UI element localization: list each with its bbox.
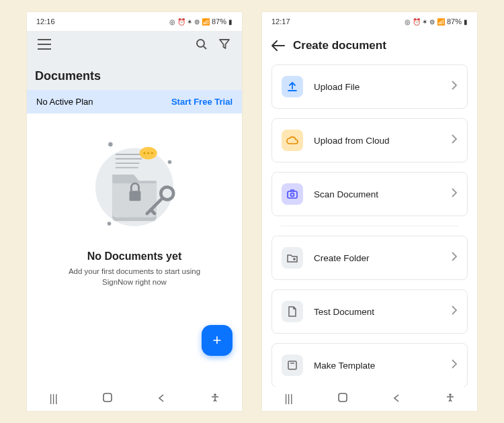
svg-point-20	[291, 193, 294, 197]
svg-point-4	[108, 222, 112, 226]
plan-banner: No Active Plan Start Free Trial	[27, 90, 242, 113]
document-icon	[282, 301, 303, 322]
option-create-folder[interactable]: Create Folder	[271, 236, 468, 280]
accessibility-icon[interactable]	[210, 393, 220, 405]
search-icon[interactable]	[192, 35, 211, 54]
top-header: Documents	[27, 31, 242, 90]
svg-point-3	[168, 160, 172, 164]
accessibility-icon[interactable]	[446, 393, 455, 405]
option-test-document[interactable]: Test Document	[271, 289, 468, 334]
home-icon[interactable]	[103, 393, 112, 405]
create-options: Upload File Upload from Cloud Scan Docum…	[262, 64, 477, 387]
option-label: Upload from Cloud	[314, 136, 440, 146]
cloud-icon	[282, 130, 303, 151]
phone-create-document: 12:17 ◎ ⏰ ✶ ⊚ 📶 87% ▮ Create document Up…	[262, 12, 477, 411]
option-label: Test Document	[314, 307, 440, 317]
chevron-right-icon	[451, 252, 458, 264]
option-scan-document[interactable]: Scan Document	[271, 172, 468, 216]
option-label: Scan Document	[314, 189, 440, 199]
system-nav: |||	[262, 387, 477, 411]
svg-rect-22	[339, 393, 347, 402]
system-nav: |||	[27, 387, 242, 411]
svg-rect-17	[103, 393, 112, 402]
empty-state: No Documents yet Add your first document…	[27, 113, 242, 387]
chevron-right-icon	[451, 359, 458, 371]
svg-rect-21	[288, 361, 296, 369]
back-icon[interactable]	[157, 393, 165, 405]
new-folder-icon	[282, 247, 303, 269]
empty-illustration	[84, 127, 185, 241]
hamburger-icon[interactable]	[35, 35, 54, 54]
page-title: Documents	[35, 69, 234, 83]
chevron-right-icon	[451, 306, 458, 318]
recents-icon[interactable]: |||	[49, 393, 57, 405]
svg-point-10	[144, 152, 146, 154]
option-upload-cloud[interactable]: Upload from Cloud	[271, 118, 468, 162]
home-icon[interactable]	[338, 393, 347, 405]
back-icon[interactable]	[392, 393, 401, 405]
option-label: Create Folder	[314, 253, 440, 263]
svg-point-2	[108, 142, 113, 147]
chevron-right-icon	[451, 134, 458, 146]
upload-icon	[282, 76, 303, 97]
chevron-right-icon	[451, 188, 458, 200]
option-upload-file[interactable]: Upload File	[271, 64, 468, 109]
recents-icon[interactable]: |||	[284, 393, 292, 405]
svg-rect-13	[130, 191, 141, 201]
chevron-right-icon	[451, 81, 458, 93]
svg-point-23	[449, 393, 452, 396]
empty-subtitle: Add your first documents to start using …	[27, 267, 242, 287]
svg-point-0	[197, 40, 204, 47]
plus-icon: +	[213, 332, 222, 349]
option-make-template[interactable]: Make Template	[271, 343, 468, 387]
divider	[281, 226, 458, 226]
status-indicators: ◎ ⏰ ✶ ⊚ 📶 87% ▮	[169, 17, 233, 26]
filter-icon[interactable]	[215, 35, 234, 54]
option-label: Upload File	[314, 82, 440, 92]
svg-point-11	[147, 152, 149, 154]
status-bar: 12:17 ◎ ⏰ ✶ ⊚ 📶 87% ▮	[262, 12, 477, 31]
back-arrow-icon[interactable]	[269, 36, 288, 55]
status-indicators: ◎ ⏰ ✶ ⊚ 📶 87% ▮	[405, 17, 468, 26]
template-icon	[282, 355, 303, 376]
start-trial-link[interactable]: Start Free Trial	[171, 97, 233, 107]
status-time: 12:17	[271, 17, 290, 26]
empty-title: No Documents yet	[87, 250, 181, 263]
svg-point-12	[151, 152, 153, 154]
phone-documents: 12:16 ◎ ⏰ ✶ ⊚ 📶 87% ▮ Documents No Activ…	[27, 12, 242, 411]
camera-icon	[282, 183, 303, 205]
status-time: 12:16	[36, 17, 55, 26]
svg-rect-19	[288, 191, 297, 198]
create-header: Create document	[262, 31, 477, 64]
status-bar: 12:16 ◎ ⏰ ✶ ⊚ 📶 87% ▮	[27, 12, 242, 31]
option-label: Make Template	[314, 361, 440, 371]
plan-status: No Active Plan	[36, 97, 93, 107]
add-button[interactable]: +	[202, 325, 233, 356]
create-title: Create document	[293, 39, 386, 52]
svg-point-18	[214, 393, 216, 396]
